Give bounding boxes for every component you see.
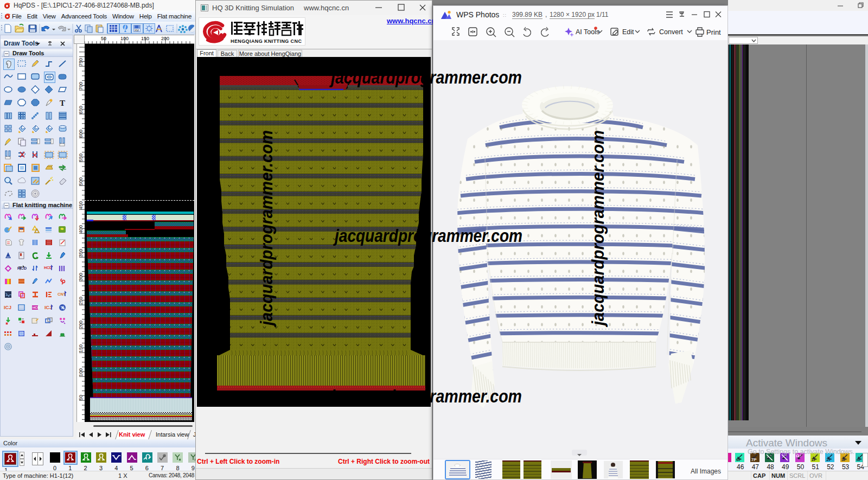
svg-text:600: 600 bbox=[78, 130, 84, 138]
svg-text:50: 50 bbox=[101, 36, 106, 41]
svg-text:i: i bbox=[124, 24, 126, 30]
svg-text:400: 400 bbox=[78, 225, 84, 233]
svg-text:350: 350 bbox=[78, 249, 84, 257]
svg-text:250: 250 bbox=[78, 297, 84, 305]
svg-text:300: 300 bbox=[78, 273, 84, 281]
svg-text:550: 550 bbox=[78, 153, 84, 162]
svg-text:500: 500 bbox=[78, 177, 84, 185]
svg-text:750: 750 bbox=[78, 58, 84, 66]
svg-text:ICJ: ICJ bbox=[44, 305, 52, 310]
svg-text:HCD: HCD bbox=[33, 306, 40, 309]
svg-text:650: 650 bbox=[78, 106, 84, 114]
svg-text:ICJ: ICJ bbox=[4, 305, 11, 310]
svg-text:HCD: HCD bbox=[44, 266, 52, 270]
svg-text:450: 450 bbox=[78, 201, 84, 209]
svg-text:100: 100 bbox=[78, 368, 84, 376]
svg-text:Edit: Edit bbox=[622, 28, 634, 36]
svg-text:200: 200 bbox=[78, 321, 84, 329]
svg-text:XM: XM bbox=[135, 29, 139, 32]
svg-text:Convert: Convert bbox=[659, 28, 683, 36]
svg-text:Print: Print bbox=[706, 28, 721, 36]
svg-text:700: 700 bbox=[78, 82, 84, 90]
svg-text:HCD: HCD bbox=[17, 266, 27, 271]
svg-text:150: 150 bbox=[78, 344, 84, 353]
svg-text:T: T bbox=[60, 99, 65, 107]
